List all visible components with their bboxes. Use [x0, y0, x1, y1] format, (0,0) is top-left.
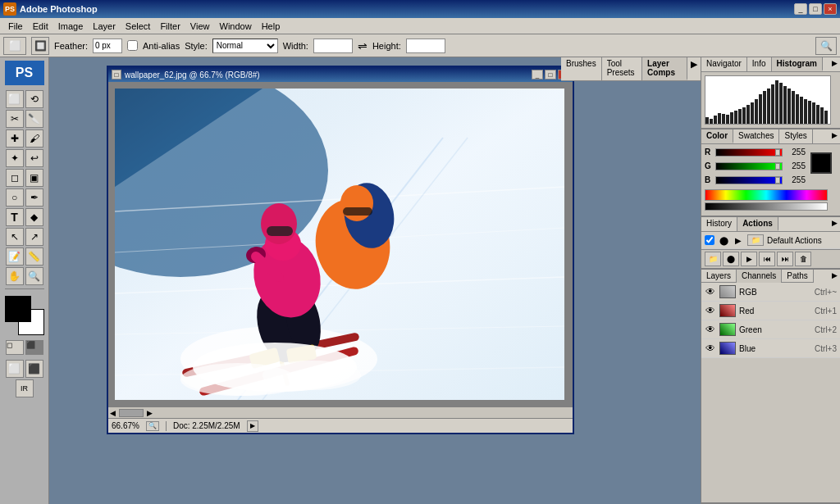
channel-blue-eye[interactable]: 👁 [705, 343, 716, 354]
tool-path-select[interactable]: ↖ [6, 228, 24, 246]
tab-styles[interactable]: Styles [779, 129, 812, 143]
document-title: wallpaper_62.jpg @ 66.7% (RGB/8#) [125, 70, 260, 79]
horizontal-scrollbar[interactable]: ◀ ▶ [108, 406, 573, 418]
action-new-folder[interactable]: 📁 [705, 252, 721, 266]
channel-green-name: Green [739, 325, 811, 334]
panel-menu-icon[interactable]: ▶ [687, 57, 701, 80]
foreground-color[interactable] [5, 296, 31, 322]
color-ramp[interactable] [705, 202, 828, 211]
tool-hand[interactable]: ✋ [6, 267, 24, 285]
tab-paths[interactable]: Paths [782, 270, 814, 283]
main-area: PS ⬜ ⟲ ✂ 🔪 ✚ 🖌 ✦ ↩ ◻ ▣ ○ ✒ T ◆ ↖ [0, 57, 840, 504]
action-record[interactable]: ⬤ [723, 252, 739, 266]
tab-actions[interactable]: Actions [737, 217, 778, 231]
tab-layer-comps[interactable]: Layer Comps [642, 57, 687, 80]
quick-mask-on[interactable]: ⬛ [25, 340, 43, 355]
tab-history[interactable]: History [701, 217, 737, 231]
tool-zoom[interactable]: 🔍 [25, 267, 43, 285]
svg-rect-48 [763, 91, 766, 124]
menu-image[interactable]: Image [53, 20, 89, 33]
zoom-indicator[interactable]: 🔍 [146, 421, 159, 431]
tool-shape[interactable]: ◆ [25, 208, 43, 226]
tool-marquee[interactable]: ⬜ [6, 90, 24, 108]
width-input[interactable] [313, 39, 353, 53]
action-checkbox[interactable] [705, 235, 714, 245]
height-input[interactable] [406, 39, 445, 53]
action-record-btn[interactable]: ⬤ [718, 234, 729, 246]
menu-file[interactable]: File [3, 20, 28, 33]
tool-measure[interactable]: 📏 [25, 247, 43, 266]
tab-channels[interactable]: Channels [737, 270, 782, 283]
color-menu[interactable]: ▶ [829, 129, 840, 143]
tool-heal[interactable]: ✚ [6, 129, 24, 148]
feather-input[interactable] [93, 39, 122, 53]
menu-view[interactable]: View [185, 20, 215, 33]
width-label: Width: [283, 41, 308, 51]
history-menu[interactable]: ▶ [829, 217, 840, 231]
color-selector[interactable] [5, 296, 44, 335]
style-select[interactable]: Normal Fixed Ratio Fixed Size [212, 39, 278, 53]
tab-brushes[interactable]: Brushes [561, 57, 602, 80]
tab-swatches[interactable]: Swatches [733, 129, 779, 143]
screen-mode-standard[interactable]: ⬜ [6, 360, 24, 378]
action-play-btn[interactable]: ▶ [733, 234, 744, 246]
menu-filter[interactable]: Filter [155, 20, 185, 33]
tab-histogram[interactable]: Histogram [772, 57, 823, 71]
tool-text[interactable]: T [6, 208, 24, 226]
action-delete[interactable]: 🗑 [795, 252, 811, 266]
jump-to-imageready[interactable]: IR [16, 379, 34, 397]
menu-help[interactable]: Help [257, 20, 285, 33]
minimize-button[interactable]: _ [794, 3, 807, 15]
menu-select[interactable]: Select [121, 20, 156, 33]
scrollbar-thumb-h[interactable] [119, 409, 144, 417]
channel-green: 👁 Green Ctrl+2 [701, 320, 840, 339]
tool-eraser[interactable]: ◻ [6, 169, 24, 187]
g-slider-thumb[interactable] [775, 163, 780, 170]
maximize-button[interactable]: □ [809, 3, 822, 15]
tool-lasso[interactable]: ⟲ [25, 90, 43, 108]
r-slider-thumb[interactable] [775, 149, 780, 156]
screen-mode-full[interactable]: ⬛ [25, 360, 43, 378]
eyedropper-tool[interactable]: 🔍 [815, 37, 837, 55]
svg-rect-55 [792, 91, 795, 124]
color-spectrum[interactable] [705, 189, 828, 201]
menu-layer[interactable]: Layer [88, 20, 121, 33]
tool-notes[interactable]: 📝 [6, 247, 24, 266]
quick-mask-off[interactable]: ◻ [6, 340, 24, 355]
layers-menu[interactable]: ▶ [829, 270, 840, 283]
tab-info[interactable]: Info [747, 57, 772, 71]
tab-navigator[interactable]: Navigator [701, 57, 747, 71]
close-button[interactable]: × [824, 3, 837, 15]
channel-rgb-eye[interactable]: 👁 [705, 286, 716, 297]
tool-clone[interactable]: ✦ [6, 149, 24, 167]
antialias-checkbox[interactable] [127, 40, 138, 51]
menu-window[interactable]: Window [215, 20, 257, 33]
tab-color[interactable]: Color [701, 129, 733, 143]
svg-point-26 [340, 185, 373, 221]
svg-rect-38 [722, 114, 725, 124]
action-step-forward[interactable]: ⏭ [777, 252, 793, 266]
doc-maximize[interactable]: □ [545, 70, 556, 79]
histogram-menu[interactable]: ▶ [829, 57, 840, 71]
tool-pen[interactable]: ✒ [25, 188, 43, 207]
tool-dodge[interactable]: ○ [6, 188, 24, 207]
channel-red-eye[interactable]: 👁 [705, 305, 716, 316]
b-slider-thumb[interactable] [775, 177, 780, 184]
doc-minimize[interactable]: _ [532, 70, 543, 79]
document-canvas[interactable] [108, 82, 573, 406]
foreground-color-swatch[interactable] [810, 152, 832, 174]
tool-gradient[interactable]: ▣ [25, 169, 43, 187]
tab-layers[interactable]: Layers [701, 270, 737, 283]
doc-info-arrow[interactable]: ▶ [247, 420, 258, 432]
channel-green-eye[interactable]: 👁 [705, 324, 716, 335]
menu-edit[interactable]: Edit [28, 20, 53, 33]
action-step-back[interactable]: ⏮ [759, 252, 775, 266]
toolbox: PS ⬜ ⟲ ✂ 🔪 ✚ 🖌 ✦ ↩ ◻ ▣ ○ ✒ T ◆ ↖ [0, 57, 49, 504]
action-play[interactable]: ▶ [741, 252, 757, 266]
tool-slice[interactable]: 🔪 [25, 110, 43, 128]
tool-brush[interactable]: 🖌 [25, 129, 43, 148]
tool-history[interactable]: ↩ [25, 149, 43, 167]
tab-tool-presets[interactable]: Tool Presets [602, 57, 642, 80]
tool-crop[interactable]: ✂ [6, 110, 24, 128]
tool-direct-select[interactable]: ↗ [25, 228, 43, 246]
